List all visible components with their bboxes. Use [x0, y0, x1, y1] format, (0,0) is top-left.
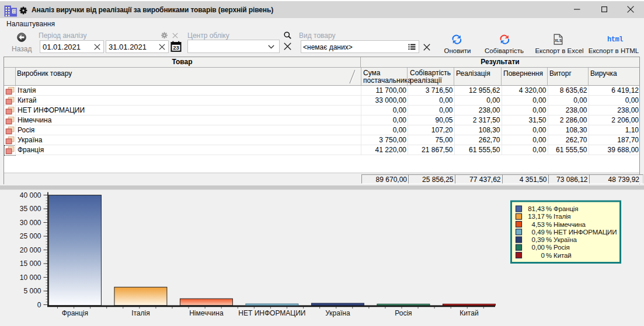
svg-text:XLS: XLS [555, 38, 562, 43]
svg-text:20 000: 20 000 [20, 246, 41, 254]
svg-text:% НЕТ ИНФОРМАЦИИ: % НЕТ ИНФОРМАЦИИ [546, 229, 617, 236]
svg-text:4,53: 4,53 [532, 221, 545, 228]
svg-text:30 000: 30 000 [20, 219, 41, 227]
svg-text:Україна: Україна [325, 309, 350, 317]
svg-text:23: 23 [173, 44, 179, 51]
svg-text:81,43: 81,43 [528, 205, 545, 212]
svg-text:0: 0 [541, 252, 545, 259]
svg-text:Німеччина: Німеччина [189, 309, 224, 317]
svg-text:НЕТ ИНФОРМАЦИИ: НЕТ ИНФОРМАЦИИ [238, 309, 305, 317]
svg-text:15 000: 15 000 [20, 260, 41, 268]
svg-text:0,39: 0,39 [532, 236, 545, 243]
svg-text:Франція: Франція [62, 309, 88, 317]
svg-text:Італія: Італія [131, 309, 150, 317]
svg-text:40 000: 40 000 [20, 191, 41, 199]
svg-text:% Україна: % Україна [546, 236, 577, 243]
svg-text:5 000: 5 000 [23, 287, 41, 295]
svg-text:13,17: 13,17 [528, 213, 545, 220]
svg-text:25 000: 25 000 [20, 232, 41, 240]
svg-text:% Італія: % Італія [546, 213, 570, 220]
svg-text:% Франція: % Франція [546, 205, 578, 212]
svg-text:Росія: Росія [395, 309, 412, 317]
svg-text:% Китай: % Китай [546, 252, 571, 259]
svg-text:% Німеччина: % Німеччина [546, 221, 586, 228]
svg-text:% Росія: % Росія [546, 244, 569, 251]
svg-text:0,00: 0,00 [532, 244, 545, 251]
svg-text:Китай: Китай [459, 309, 478, 317]
svg-text:0,49: 0,49 [532, 229, 545, 236]
svg-text:0: 0 [37, 301, 41, 309]
svg-text:35 000: 35 000 [20, 205, 41, 213]
svg-text:10 000: 10 000 [20, 274, 41, 282]
